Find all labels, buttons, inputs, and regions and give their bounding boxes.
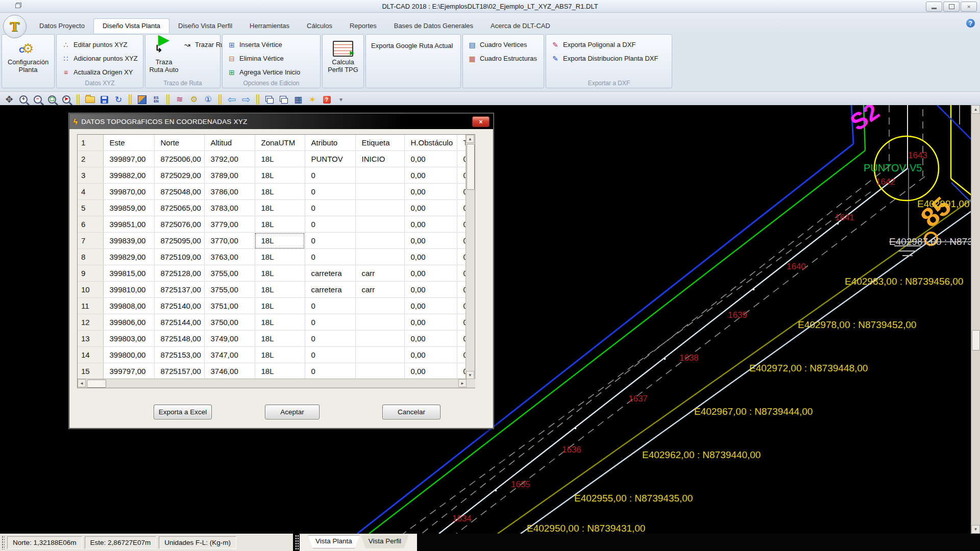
cell[interactable]: 0,00 [404, 167, 457, 184]
actualiza-origen-xy[interactable]: ≡Actualiza Origen XY [61, 65, 140, 79]
scroll-right-icon[interactable]: ► [458, 379, 467, 387]
row-number-cell[interactable]: 13 [78, 331, 103, 347]
calcula-perfil-tpg-button[interactable]: ▶ CalculaPerfil TPG [323, 35, 363, 88]
cell[interactable]: 3779,00 [204, 216, 255, 233]
cell[interactable] [355, 363, 404, 380]
cell[interactable]: 0 [457, 282, 466, 298]
cell[interactable]: 0,00 [404, 151, 457, 167]
table-vertical-scrollbar[interactable]: ▲ ▼ [465, 135, 475, 379]
cell[interactable]: 0 [305, 298, 355, 314]
dialog-close-button[interactable]: × [472, 116, 489, 127]
splitter-grip[interactable] [295, 535, 299, 550]
cell[interactable]: Etiqueta [355, 135, 404, 151]
cell[interactable]: 8725137,00 [154, 282, 204, 298]
cell[interactable]: 399815,00 [103, 265, 154, 282]
cell[interactable]: 8725128,00 [154, 265, 204, 282]
scrollbar-thumb[interactable] [972, 330, 980, 350]
cell[interactable]: 399839,00 [103, 233, 154, 249]
cell[interactable]: 399797,00 [103, 363, 154, 380]
scroll-left-icon[interactable]: ◄ [78, 379, 86, 387]
row-number-cell[interactable]: 6 [78, 216, 103, 233]
cell[interactable]: 399882,00 [103, 167, 154, 184]
cell[interactable]: 0 [305, 167, 355, 184]
cell[interactable]: 3789,00 [204, 167, 255, 184]
exporta-poligonal-dxf[interactable]: ✎Exporta Poligonal a DXF [550, 38, 669, 52]
cell[interactable]: Altitud [204, 135, 255, 151]
configuracion-planta-button[interactable]: ⚙C ConfiguraciónPlanta [2, 35, 54, 88]
open-file-icon[interactable] [84, 93, 96, 106]
minimize-button[interactable] [926, 2, 942, 12]
cell[interactable]: 399808,00 [103, 298, 154, 314]
row-number-cell[interactable]: 2 [78, 151, 103, 167]
language-icon[interactable]: ESEN [150, 93, 162, 106]
zoom-out-icon[interactable]: − [32, 93, 44, 106]
table-horizontal-scrollbar[interactable]: ◄ ► [78, 379, 475, 388]
cell[interactable]: 18L [255, 167, 305, 184]
cell[interactable]: 0,00 [404, 282, 457, 298]
zoom-extents-icon[interactable]: ▢ [46, 93, 58, 106]
cell[interactable]: 0 [305, 216, 355, 233]
editar-puntos-xyz[interactable]: ∴Editar puntos XYZ [61, 38, 140, 52]
row-number-cell[interactable]: 8 [78, 249, 103, 265]
cell[interactable] [355, 167, 404, 184]
back-icon[interactable]: ⇦ [226, 93, 238, 106]
tab-dise-o-vista-perfil[interactable]: Diseño Vista Perfil [169, 19, 241, 33]
adicionar-puntos-xyz[interactable]: ∷Adicionar puntos XYZ [61, 52, 140, 65]
row-number-cell[interactable]: 4 [78, 184, 103, 200]
scrollbar-thumb[interactable] [87, 380, 106, 388]
catenary-icon[interactable]: ≋ [174, 93, 186, 106]
cell[interactable]: 0,00 [404, 249, 457, 265]
table-icon[interactable]: ▦ [292, 93, 304, 106]
zoom-in-icon[interactable]: + [17, 93, 30, 106]
refresh-icon[interactable]: ↻ [112, 93, 125, 106]
cell[interactable]: PUNTOV [305, 151, 355, 167]
more-icon[interactable]: ▾ [335, 93, 347, 106]
cell[interactable]: 3750,00 [204, 314, 255, 331]
cell[interactable]: 0 [457, 298, 466, 314]
exporta-google-ruta-button[interactable]: Exporta Google Ruta Actual [366, 35, 460, 53]
dialog-title-bar[interactable]: ϟ DATOS TOPOGRáFICOS EN COORDENADAS XYZ … [69, 114, 493, 129]
tab-c-lculos[interactable]: Cálculos [298, 19, 341, 33]
cell[interactable]: 0 [457, 249, 466, 265]
cell[interactable]: 3746,00 [204, 363, 255, 380]
cell[interactable]: 18L [255, 233, 305, 249]
cell[interactable]: 399859,00 [103, 200, 154, 216]
cell[interactable]: 8725148,00 [154, 331, 204, 347]
cell[interactable]: 8725006,00 [154, 151, 204, 167]
help-icon[interactable]: ? [321, 93, 333, 106]
cell[interactable]: 3751,00 [204, 298, 255, 314]
cell[interactable]: 399870,00 [103, 184, 154, 200]
row-number-cell[interactable]: 9 [78, 265, 103, 282]
cell[interactable] [355, 331, 404, 347]
cell[interactable]: 0 [457, 233, 466, 249]
cell[interactable]: 0,00 [404, 233, 457, 249]
row-number-cell[interactable]: 14 [78, 347, 103, 363]
tab-datos-proyecto[interactable]: Datos Proyecto [31, 19, 93, 33]
row-number-cell[interactable]: 5 [78, 200, 103, 216]
canvas-vertical-scrollbar[interactable]: ▲ ▼ [971, 105, 980, 534]
cell[interactable]: 399810,00 [103, 282, 154, 298]
cell[interactable] [355, 249, 404, 265]
cell[interactable]: 3786,00 [204, 184, 255, 200]
cell[interactable]: 8725076,00 [154, 216, 204, 233]
cell[interactable]: 399806,00 [103, 314, 154, 331]
aceptar-button[interactable]: Aceptar [265, 405, 320, 419]
info-icon[interactable]: ① [202, 93, 214, 106]
cell[interactable]: 3755,00 [204, 282, 255, 298]
cell[interactable] [355, 216, 404, 233]
cell[interactable]: 0,00 [404, 200, 457, 216]
duplicate-view-icon[interactable] [278, 93, 290, 106]
cell[interactable]: 399897,00 [103, 151, 154, 167]
scroll-down-icon[interactable]: ▼ [466, 371, 474, 379]
cell[interactable]: 18L [255, 265, 305, 282]
row-number-cell[interactable]: 10 [78, 282, 103, 298]
row-number-cell[interactable]: 12 [78, 314, 103, 331]
cell[interactable]: 18L [255, 249, 305, 265]
cell[interactable]: 8725029,00 [154, 167, 204, 184]
exporta-distribucion-dxf[interactable]: ✎Exporta Distribucion Planta DXF [550, 52, 669, 65]
window-restore-mini-icon[interactable] [15, 3, 21, 8]
cell[interactable]: 0 [457, 167, 466, 184]
cell[interactable]: 18L [255, 347, 305, 363]
cell[interactable] [355, 347, 404, 363]
cell[interactable]: H.Obstáculo [404, 135, 457, 151]
